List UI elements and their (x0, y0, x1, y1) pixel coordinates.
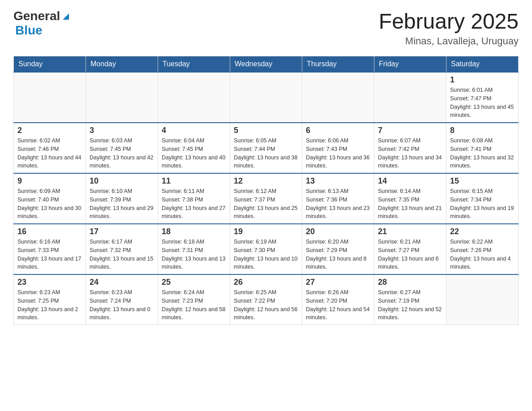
location-title: Minas, Lavalleja, Uruguay (379, 35, 519, 47)
day-number: 26 (234, 278, 298, 287)
day-number: 4 (162, 126, 226, 135)
day-info: Sunrise: 6:20 AMSunset: 7:29 PMDaylight:… (306, 239, 367, 270)
calendar-cell: 11 Sunrise: 6:11 AMSunset: 7:38 PMDaylig… (158, 173, 230, 224)
day-number: 22 (450, 227, 515, 236)
day-number: 7 (378, 126, 442, 135)
logo-blue-text: Blue (15, 23, 43, 38)
logo-triangle-icon (61, 12, 71, 21)
calendar-cell (86, 72, 158, 123)
day-info: Sunrise: 6:23 AMSunset: 7:24 PMDaylight:… (90, 289, 150, 321)
calendar-cell: 10 Sunrise: 6:10 AMSunset: 7:39 PMDaylig… (86, 173, 158, 224)
page-header: General Blue February 2025 Minas, Lavall… (13, 9, 519, 47)
week-row-3: 9 Sunrise: 6:09 AMSunset: 7:40 PMDayligh… (14, 173, 519, 224)
calendar-cell: 15 Sunrise: 6:15 AMSunset: 7:34 PMDaylig… (446, 173, 519, 224)
calendar-cell: 27 Sunrise: 6:26 AMSunset: 7:20 PMDaylig… (302, 274, 374, 325)
calendar-cell: 1 Sunrise: 6:01 AMSunset: 7:47 PMDayligh… (446, 72, 519, 123)
calendar-cell: 21 Sunrise: 6:21 AMSunset: 7:27 PMDaylig… (374, 224, 446, 274)
calendar-cell: 12 Sunrise: 6:12 AMSunset: 7:37 PMDaylig… (230, 173, 302, 224)
day-number: 1 (450, 75, 515, 85)
calendar-cell (230, 72, 302, 123)
day-number: 3 (90, 126, 154, 135)
calendar-cell: 4 Sunrise: 6:04 AMSunset: 7:45 PMDayligh… (158, 123, 230, 173)
day-info: Sunrise: 6:25 AMSunset: 7:22 PMDaylight:… (234, 289, 297, 321)
calendar-cell: 9 Sunrise: 6:09 AMSunset: 7:40 PMDayligh… (14, 173, 86, 224)
calendar-cell: 18 Sunrise: 6:18 AMSunset: 7:31 PMDaylig… (158, 224, 230, 274)
calendar-cell (374, 72, 446, 123)
day-info: Sunrise: 6:18 AMSunset: 7:31 PMDaylight:… (162, 239, 225, 270)
day-info: Sunrise: 6:14 AMSunset: 7:35 PMDaylight:… (378, 188, 442, 219)
month-title: February 2025 (379, 9, 519, 34)
day-number: 13 (306, 176, 370, 186)
day-info: Sunrise: 6:03 AMSunset: 7:45 PMDaylight:… (90, 137, 153, 169)
header-sunday: Sunday (14, 56, 86, 73)
header-wednesday: Wednesday (230, 56, 302, 73)
calendar-table: Sunday Monday Tuesday Wednesday Thursday… (13, 56, 519, 325)
day-number: 10 (90, 176, 154, 186)
day-info: Sunrise: 6:16 AMSunset: 7:33 PMDaylight:… (17, 239, 81, 270)
calendar-cell: 3 Sunrise: 6:03 AMSunset: 7:45 PMDayligh… (86, 123, 158, 173)
day-info: Sunrise: 6:23 AMSunset: 7:25 PMDaylight:… (17, 289, 78, 321)
calendar-cell: 23 Sunrise: 6:23 AMSunset: 7:25 PMDaylig… (14, 274, 86, 325)
calendar-cell: 26 Sunrise: 6:25 AMSunset: 7:22 PMDaylig… (230, 274, 302, 325)
calendar-cell (302, 72, 374, 123)
calendar-cell: 6 Sunrise: 6:06 AMSunset: 7:43 PMDayligh… (302, 123, 374, 173)
calendar-cell: 24 Sunrise: 6:23 AMSunset: 7:24 PMDaylig… (86, 274, 158, 325)
day-number: 24 (90, 278, 154, 287)
calendar-cell: 2 Sunrise: 6:02 AMSunset: 7:46 PMDayligh… (14, 123, 86, 173)
week-row-5: 23 Sunrise: 6:23 AMSunset: 7:25 PMDaylig… (14, 274, 519, 325)
day-number: 20 (306, 227, 370, 236)
day-info: Sunrise: 6:17 AMSunset: 7:32 PMDaylight:… (90, 239, 153, 270)
day-number: 6 (306, 126, 370, 135)
day-number: 28 (378, 278, 442, 287)
calendar-cell: 14 Sunrise: 6:14 AMSunset: 7:35 PMDaylig… (374, 173, 446, 224)
calendar-cell: 19 Sunrise: 6:19 AMSunset: 7:30 PMDaylig… (230, 224, 302, 274)
day-number: 16 (17, 227, 82, 236)
day-number: 15 (450, 176, 515, 186)
logo-row1: General (13, 9, 71, 23)
calendar-cell: 13 Sunrise: 6:13 AMSunset: 7:36 PMDaylig… (302, 173, 374, 224)
weekday-header-row: Sunday Monday Tuesday Wednesday Thursday… (14, 56, 519, 73)
logo: General Blue (13, 9, 71, 38)
calendar-cell: 28 Sunrise: 6:27 AMSunset: 7:19 PMDaylig… (374, 274, 446, 325)
day-info: Sunrise: 6:12 AMSunset: 7:37 PMDaylight:… (234, 188, 297, 219)
week-row-1: 1 Sunrise: 6:01 AMSunset: 7:47 PMDayligh… (14, 72, 519, 123)
day-info: Sunrise: 6:19 AMSunset: 7:30 PMDaylight:… (234, 239, 297, 270)
header-tuesday: Tuesday (158, 56, 230, 73)
header-thursday: Thursday (302, 56, 374, 73)
day-info: Sunrise: 6:07 AMSunset: 7:42 PMDaylight:… (378, 137, 442, 169)
header-saturday: Saturday (446, 56, 519, 73)
svg-marker-0 (63, 13, 69, 20)
day-number: 12 (234, 176, 298, 186)
day-info: Sunrise: 6:22 AMSunset: 7:26 PMDaylight:… (450, 239, 511, 270)
day-info: Sunrise: 6:04 AMSunset: 7:45 PMDaylight:… (162, 137, 225, 169)
day-info: Sunrise: 6:01 AMSunset: 7:47 PMDaylight:… (450, 87, 514, 118)
day-number: 8 (450, 126, 515, 135)
calendar-cell: 25 Sunrise: 6:24 AMSunset: 7:23 PMDaylig… (158, 274, 230, 325)
calendar-cell: 8 Sunrise: 6:08 AMSunset: 7:41 PMDayligh… (446, 123, 519, 173)
day-info: Sunrise: 6:21 AMSunset: 7:27 PMDaylight:… (378, 239, 439, 270)
calendar-cell (158, 72, 230, 123)
day-info: Sunrise: 6:05 AMSunset: 7:44 PMDaylight:… (234, 137, 297, 169)
day-info: Sunrise: 6:09 AMSunset: 7:40 PMDaylight:… (17, 188, 81, 219)
day-number: 25 (162, 278, 226, 287)
day-number: 23 (17, 278, 82, 287)
day-info: Sunrise: 6:10 AMSunset: 7:39 PMDaylight:… (90, 188, 153, 219)
logo-general-text: General (13, 9, 60, 23)
day-number: 18 (162, 227, 226, 236)
week-row-4: 16 Sunrise: 6:16 AMSunset: 7:33 PMDaylig… (14, 224, 519, 274)
day-number: 27 (306, 278, 370, 287)
day-number: 2 (17, 126, 82, 135)
calendar-cell (14, 72, 86, 123)
day-info: Sunrise: 6:02 AMSunset: 7:46 PMDaylight:… (17, 137, 81, 169)
week-row-2: 2 Sunrise: 6:02 AMSunset: 7:46 PMDayligh… (14, 123, 519, 173)
day-info: Sunrise: 6:26 AMSunset: 7:20 PMDaylight:… (306, 289, 369, 321)
day-info: Sunrise: 6:27 AMSunset: 7:19 PMDaylight:… (378, 289, 442, 321)
day-number: 5 (234, 126, 298, 135)
calendar-cell: 17 Sunrise: 6:17 AMSunset: 7:32 PMDaylig… (86, 224, 158, 274)
calendar-cell: 16 Sunrise: 6:16 AMSunset: 7:33 PMDaylig… (14, 224, 86, 274)
day-number: 9 (17, 176, 82, 186)
calendar-cell: 5 Sunrise: 6:05 AMSunset: 7:44 PMDayligh… (230, 123, 302, 173)
day-info: Sunrise: 6:11 AMSunset: 7:38 PMDaylight:… (162, 188, 225, 219)
day-number: 17 (90, 227, 154, 236)
calendar-cell (446, 274, 519, 325)
